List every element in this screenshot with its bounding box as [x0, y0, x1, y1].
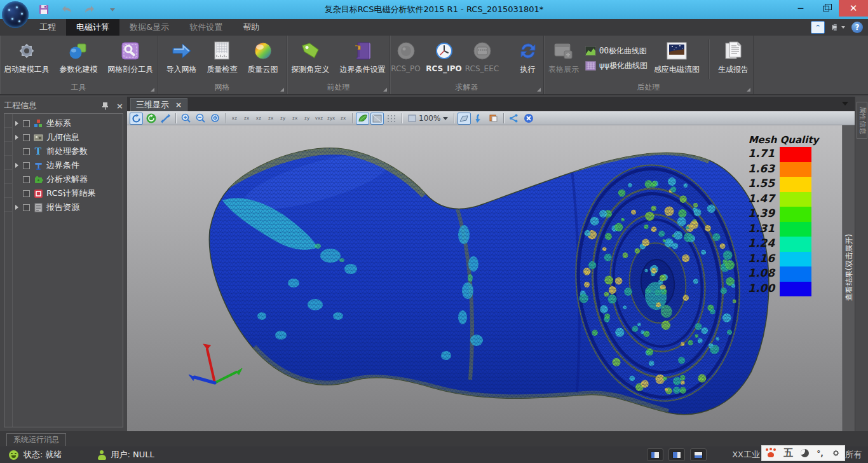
view-orientation-button-7[interactable]: vxz — [313, 113, 325, 124]
menu-tab-settings[interactable]: 软件设置 — [179, 19, 233, 36]
expand-arrow-icon[interactable] — [15, 163, 18, 168]
close-button[interactable]: ✕ — [839, 0, 868, 17]
redo-button[interactable] — [83, 3, 97, 16]
results-collapsed-tab[interactable]: 查看结果(双击展开) — [842, 125, 855, 431]
checkbox[interactable] — [23, 162, 30, 169]
ime-punctuation-mode[interactable]: °, — [817, 449, 824, 458]
viewport-toolbar: xzzxxzzxzyzxzyvxzzyxzx — [127, 111, 855, 125]
layout-bottom-panel-button[interactable] — [690, 448, 707, 461]
collapse-ribbon-button[interactable]: ⌃ — [811, 21, 825, 34]
menu-tab-project[interactable]: 工程 — [29, 19, 66, 36]
cancel-operation-button[interactable] — [522, 113, 535, 125]
download-view-button[interactable] — [472, 113, 485, 125]
tab-close-icon[interactable]: × — [175, 100, 182, 109]
probe-angle-define-button[interactable]: 探测角定义 — [288, 38, 334, 76]
property-info-collapsed-tab[interactable]: 属性信息 — [857, 102, 867, 139]
zoom-percent-combo[interactable]: 100% — [405, 114, 451, 123]
ime-wubi-mode[interactable]: 五 — [783, 447, 793, 459]
group-expand-corner[interactable] — [747, 88, 750, 92]
view-orientation-button-2[interactable]: xz — [253, 113, 264, 124]
tree-item-boundary-condition[interactable]: 边界条件 — [13, 158, 121, 172]
restore-button[interactable] — [813, 0, 839, 17]
ime-paw-icon[interactable] — [766, 448, 776, 458]
checkbox[interactable] — [23, 134, 30, 141]
solver-rcs-eec-button[interactable]: RCS_EEC — [465, 38, 500, 74]
theta-polarization-curve-button[interactable]: θθ极化曲线图 — [585, 46, 648, 57]
group-expand-corner[interactable] — [151, 88, 154, 92]
group-expand-corner[interactable] — [280, 88, 284, 92]
checkbox[interactable] — [23, 120, 30, 127]
tree-item-geometry-info[interactable]: 几何信息 — [13, 130, 121, 144]
boundary-condition-set-button[interactable]: 边界条件设置 — [336, 38, 390, 76]
expand-arrow-icon[interactable] — [15, 135, 18, 140]
launch-modeling-tool-button[interactable]: 启动建模工具 — [0, 38, 53, 76]
tab-3d-display[interactable]: 三维显示 × — [130, 98, 187, 111]
checkbox[interactable] — [23, 148, 30, 155]
group-expand-corner[interactable] — [383, 88, 387, 92]
menu-tab-data-display[interactable]: 数据&显示 — [119, 19, 179, 36]
import-mesh-button[interactable]: 导入网格 — [163, 38, 201, 76]
orbit-sync-button[interactable] — [144, 113, 158, 125]
tab-list-dropdown-icon[interactable] — [842, 102, 848, 106]
checkbox[interactable] — [23, 204, 30, 211]
generate-report-button[interactable]: 生成报告 — [714, 38, 752, 76]
view-orientation-button-0[interactable]: xz — [229, 113, 240, 124]
tree-item-coordinate-system[interactable]: 坐标系 — [13, 116, 121, 130]
zoom-in-button[interactable] — [179, 113, 193, 125]
tree-item-analysis-solver[interactable]: 分析求解器 — [13, 172, 121, 186]
tree-item-rcs-results[interactable]: RCS计算结果 — [13, 186, 121, 200]
ime-moon-icon[interactable] — [801, 449, 809, 457]
pan-zoom-arrow-button[interactable] — [159, 113, 172, 125]
rotate-view-button[interactable] — [130, 113, 143, 125]
view-orientation-button-9[interactable]: zx — [337, 113, 349, 124]
execute-button[interactable]: 执行 — [510, 38, 546, 76]
expand-arrow-icon[interactable] — [15, 121, 18, 126]
save-button[interactable] — [37, 3, 51, 16]
shaded-render-button[interactable] — [356, 113, 369, 125]
mesh-partition-tool-button[interactable]: 网格剖分工具 — [104, 38, 157, 76]
expand-arrow-icon[interactable] — [15, 205, 18, 210]
toolbar-separator — [503, 113, 504, 123]
share-view-button[interactable] — [507, 113, 520, 125]
checkbox[interactable] — [23, 190, 30, 197]
view-orientation-button-4[interactable]: zy — [277, 113, 288, 124]
view-orientation-button-5[interactable]: zx — [289, 113, 301, 124]
solver-rcs-po-button[interactable]: RCS_PO — [388, 38, 424, 74]
wireframe-shade-button[interactable] — [370, 113, 384, 125]
induced-em-current-map-button[interactable]: 感应电磁流图 — [650, 38, 703, 76]
menu-tab-em-compute[interactable]: 电磁计算 — [66, 19, 119, 36]
clip-plane-button[interactable] — [458, 113, 471, 125]
quality-cloudmap-button[interactable]: 质量云图 — [244, 38, 282, 76]
help-button[interactable]: ? — [851, 22, 863, 33]
solver-rcs-ipo-button[interactable]: RCS_IPO — [426, 38, 462, 74]
psi-polarization-curve-button[interactable]: ψψ极化曲线图 — [585, 60, 648, 71]
tree-item-preprocess-params[interactable]: T 前处理参数 — [13, 144, 121, 158]
minimize-button[interactable]: ─ — [788, 0, 813, 17]
checkbox[interactable] — [23, 176, 30, 183]
table-display-button[interactable]: 表格展示 — [545, 38, 583, 76]
ribbon-group-preprocess: 探测角定义 边界条件设置 前处理 — [287, 36, 390, 94]
group-expand-corner[interactable] — [537, 88, 541, 92]
parametric-modeling-button[interactable]: 参数化建模 — [56, 38, 102, 76]
window-style-button[interactable] — [831, 21, 845, 34]
zoom-fit-button[interactable] — [208, 113, 222, 125]
layout-wide-panel-button[interactable] — [668, 448, 685, 461]
menu-tab-help[interactable]: 帮助 — [233, 19, 269, 36]
undo-button[interactable] — [60, 3, 74, 16]
system-message-tab[interactable]: 系统运行消息 — [6, 433, 66, 446]
quick-access-dropdown[interactable] — [105, 3, 119, 16]
tree-item-report-resources[interactable]: 报告资源 — [13, 200, 121, 214]
view-orientation-button-3[interactable]: zx — [265, 113, 276, 124]
pin-icon[interactable] — [102, 102, 109, 110]
quality-check-button[interactable]: 质量检查 — [203, 38, 241, 76]
layout-left-panel-button[interactable] — [647, 448, 663, 461]
points-display-button[interactable] — [385, 113, 398, 125]
view-orientation-button-1[interactable]: zx — [241, 113, 252, 124]
panel-close-icon[interactable]: × — [116, 101, 123, 111]
zoom-out-button[interactable] — [194, 113, 207, 125]
view-orientation-button-8[interactable]: zyx — [325, 113, 337, 124]
view-orientation-button-6[interactable]: zy — [301, 113, 313, 124]
copy-view-button[interactable] — [487, 113, 500, 125]
ime-gear-icon[interactable] — [831, 448, 841, 458]
viewport-3d-canvas[interactable]: Mesh Quality 1.711.631.551.471.391.311.2… — [127, 125, 842, 431]
